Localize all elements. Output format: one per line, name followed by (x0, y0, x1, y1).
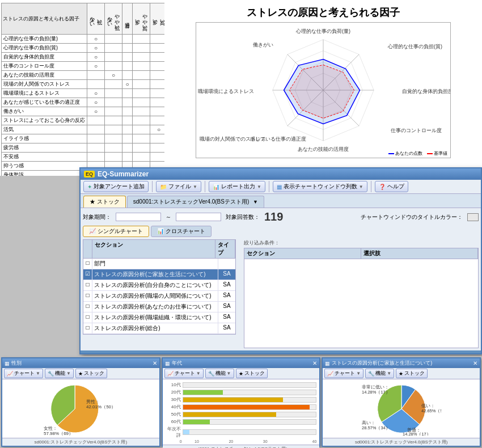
tab-sd[interactable]: sd0001:ストレスチェックVer4.0(BSテスト用) ▼ (127, 196, 264, 208)
svg-text:14.28%（17）: 14.28%（17） (362, 390, 390, 395)
section-checkbox[interactable]: □ (83, 280, 92, 290)
chart-icon-stress: ▦ (325, 361, 330, 366)
survey-add-button[interactable]: ✦ 対象アンケート追加 (83, 181, 149, 192)
eq-content: 対象期間： ～ 対象回答数： 119 チャートウィンドウのタイトルカラー： 📈 … (81, 208, 481, 350)
section-name: 部門 (92, 259, 218, 269)
eq-titlebar: EQ EQ-Summarizer (81, 168, 481, 180)
section-list-item[interactable]: □ストレスの原因分析(職場組織・環境について)SA (83, 312, 235, 323)
response-label: 対象回答数： (226, 213, 260, 221)
section-list-item[interactable]: □ストレスの原因分析(自分自身のことについて)SA (83, 280, 235, 291)
age-close-button[interactable]: ✕ (312, 360, 317, 366)
section-list-item[interactable]: □ストレスの原因分析(あなたのお仕事について)SA (83, 302, 235, 312)
cond-selection-header: 選択肢 (361, 248, 478, 259)
table-row: あなたの技能の活用度○ (2, 71, 165, 80)
stress-stock-btn[interactable]: ★ ストック (396, 369, 428, 378)
gender-close-button[interactable]: ✕ (153, 360, 157, 366)
gender-stock-btn[interactable]: ★ ストック (75, 369, 107, 378)
age-func-btn[interactable]: 🔧 機能 ▼ (205, 369, 234, 378)
row-cell (122, 35, 133, 44)
row-cell (122, 107, 133, 116)
section-col-header: セクション (92, 240, 215, 258)
bar-label: 40代 (164, 404, 181, 410)
section-checkbox[interactable]: □ (83, 323, 92, 333)
help-button[interactable]: ❓ ヘルプ (375, 181, 408, 192)
window-color-box[interactable] (467, 213, 479, 221)
chart-btn-icon3: 📈 (327, 371, 333, 377)
stress-close-button[interactable]: ✕ (473, 360, 477, 366)
row-cell (150, 71, 165, 80)
section-list-item[interactable]: □ストレスの原因分析(総合)SA (83, 323, 235, 334)
single-chart-tab[interactable]: 📈 シングルチャート (83, 226, 149, 237)
section-type: SA (218, 280, 235, 290)
conditions-area: 絞り込み条件： セクション 選択肢 (244, 239, 479, 348)
help-icon: ❓ (379, 184, 386, 190)
stress-func-btn[interactable]: 🔧 機能 ▼ (365, 369, 394, 378)
gender-pie-svg: 男性： 42.01%（50） 女性： 57.98%（69） (44, 382, 117, 436)
table-row: ストレスによっておこる心身の反応 (2, 116, 165, 125)
section-area: セクション タイプ □部門☑ストレスの原因分析(ご家族と生活について)SA□スト… (83, 239, 242, 348)
survey-table-container: ストレスの原因と考えられる因子 低い少ない やや低い少ない 普通 やや高い多い … (0, 0, 164, 176)
table-row: 心理的な仕事の負担(量)○ (2, 35, 165, 44)
row-cell (150, 143, 165, 153)
col-somewhat-low: やや低い少ない (105, 3, 122, 35)
gender-chart-title: 性別 (11, 360, 22, 367)
section-list: □部門☑ストレスの原因分析(ご家族と生活について)SA□ストレスの原因分析(自分… (83, 259, 235, 334)
section-checkbox[interactable]: □ (83, 312, 92, 323)
row-cell (133, 143, 150, 153)
row-cell (87, 143, 105, 153)
section-checkbox[interactable]: □ (83, 291, 92, 301)
row-cell: ○ (87, 89, 105, 98)
bar-label: 10代 (164, 382, 181, 388)
section-list-item[interactable]: ☑ストレスの原因分析(ご家族と生活について)SA (83, 269, 235, 280)
row-cell (133, 80, 150, 89)
func-dropdown3: ▼ (387, 371, 391, 376)
age-stock-btn[interactable]: ★ ストック (236, 369, 268, 378)
gender-func-btn[interactable]: 🔧 機能 ▼ (45, 369, 74, 378)
display-button[interactable]: ▦ 表示チャートウィンドウ列数 ▼ (273, 181, 367, 192)
row-cell: ○ (105, 71, 122, 80)
period-end-input[interactable] (176, 213, 221, 221)
col-somewhat-high: やや高い多い (133, 3, 150, 35)
row-cell (105, 98, 122, 107)
stress-chart-btn[interactable]: 📈 チャート ▼ (324, 369, 363, 378)
table-row: 職場環境によるストレス○ (2, 89, 165, 98)
period-start-input[interactable] (116, 213, 161, 221)
file-button[interactable]: 📁 ファイル ▼ (156, 181, 201, 192)
toolbar-sep3 (269, 181, 269, 192)
cross-chart-tab[interactable]: 📊 クロスチャート (151, 226, 212, 237)
section-name: ストレスの原因分析(職場組織・環境について) (92, 312, 218, 323)
bar-label: 60代 (164, 419, 181, 425)
row-cell (122, 89, 133, 98)
stock-icon: ★ (90, 198, 95, 205)
row-cell: ○ (87, 107, 105, 116)
svg-text:28.57%（34）: 28.57%（34） (362, 425, 390, 430)
row-cell: ○ (150, 125, 165, 134)
row-cell (105, 80, 122, 89)
section-checkbox[interactable]: □ (83, 302, 92, 312)
stress-chart-footer: sd0001:ストレスチェックVer4.0(BSテスト用) (323, 438, 480, 446)
section-checkbox[interactable]: □ (83, 259, 92, 269)
section-list-item[interactable]: □ストレスの原因分析(職場の人間関係について)SA (83, 291, 235, 302)
tab-stock[interactable]: ★ ストック (83, 196, 126, 208)
row-cell (150, 62, 165, 71)
svg-text:心理的な仕事の負荷(量): 心理的な仕事の負荷(量) (295, 28, 350, 34)
toolbar-sep2 (205, 181, 205, 192)
section-checkbox[interactable]: ☑ (83, 269, 92, 280)
row-cell (87, 71, 105, 80)
row-label: あなたが感じている仕事の適正度 (2, 98, 87, 107)
age-chart-btn[interactable]: 📈 チャート ▼ (164, 369, 204, 378)
section-list-item[interactable]: □部門 (83, 259, 235, 269)
row-cell: ○ (87, 98, 105, 107)
svg-text:低い：: 低い： (421, 403, 435, 408)
row-label: ストレスによっておこる心身の反応 (2, 116, 87, 125)
eq-window: EQ EQ-Summarizer ✦ 対象アンケート追加 📁 ファイル ▼ 📊 … (79, 167, 482, 354)
age-bar-row: 50代 (164, 411, 317, 417)
report-button[interactable]: 📊 レポート出力 ▼ (209, 181, 265, 192)
window-splitter[interactable] (81, 350, 481, 353)
top-section: ストレスの原因と考えられる因子 低い少ない やや低い少ない 普通 やや高い多い … (0, 0, 482, 176)
bar-track (183, 429, 317, 435)
col-normal: 普通 (122, 3, 133, 35)
gender-chart-btn[interactable]: 📈 チャート ▼ (4, 369, 43, 378)
age-bar-chart: 10代20代30代40代50代60代年次不詳 0 10 20 30 40 (164, 382, 317, 443)
age-bar-row: 40代 (164, 404, 317, 410)
